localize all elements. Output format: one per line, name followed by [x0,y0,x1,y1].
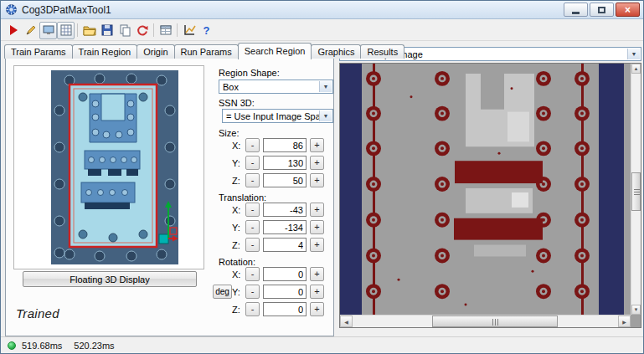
translation-z-row: Z: - + [219,238,332,253]
window-controls: × [564,3,640,17]
floating-3d-display-button[interactable]: Floating 3D Display [23,271,197,287]
size-z-axis-label: Z: [232,176,240,186]
rotation-y-input[interactable] [263,285,307,299]
tab-results[interactable]: Results [360,44,404,59]
translation-y-increment-button[interactable]: + [310,220,324,234]
rotation-z-increment-button[interactable]: + [310,302,324,316]
size-x-input[interactable] [263,138,307,152]
thumb-grip-icon [492,319,499,326]
ssn3d-value: = Use Input Image Space [226,111,330,121]
translation-y-row: Y: - + [219,220,332,235]
rotation-x-input[interactable] [263,267,307,281]
app-window: Cog3DPatMaxTool1 × [0,0,644,354]
ssn3d-label: SSN 3D: [219,98,255,108]
status-green-indicator [8,341,16,350]
tab-strip: Train Params Train Region Origin Run Par… [5,42,404,59]
translation-z-increment-button[interactable]: + [310,238,324,252]
tab-search-region[interactable]: Search Region [238,43,312,59]
translation-y-axis-label: Y: [232,223,240,233]
open-icon[interactable] [80,22,98,39]
chevron-down-icon: ▼ [627,49,640,59]
image-display-button[interactable] [39,22,57,39]
total-time-value: 520.23ms [74,341,114,351]
save-icon[interactable] [98,22,116,39]
minimize-icon [572,12,580,14]
scroll-left-icon[interactable]: ◀ [340,316,353,327]
maximize-button[interactable] [590,3,614,17]
size-x-axis-label: X: [232,141,240,151]
rotation-y-axis-label: Y: [232,287,240,297]
horizontal-scrollbar[interactable]: ◀ ▶ [340,315,631,327]
rotation-label: Rotation: [219,257,255,267]
rotation-y-row: Y: - + [219,285,332,300]
scroll-right-icon[interactable]: ▶ [618,316,631,327]
reset-icon[interactable] [133,22,151,39]
vertical-scrollbar[interactable]: ▲ ▼ [631,64,641,315]
tab-train-region[interactable]: Train Region [72,44,138,59]
title-bar[interactable]: Cog3DPatMaxTool1 × [1,1,643,19]
size-y-increment-button[interactable]: + [310,156,324,170]
scroll-up-icon[interactable]: ▲ [631,64,641,74]
tab-graphics[interactable]: Graphics [311,44,361,59]
size-z-row: Z: - + [219,173,332,188]
3d-scene[interactable] [51,70,178,264]
chevron-down-icon: ▼ [319,110,332,121]
size-z-input[interactable] [263,173,307,187]
chevron-down-icon: ▼ [319,81,332,92]
translation-y-decrement-button[interactable]: - [245,220,260,234]
input-image[interactable] [340,64,631,315]
tab-train-params[interactable]: Train Params [4,44,73,59]
size-x-row: X: - + [219,138,332,153]
copy-icon[interactable] [116,22,133,39]
rotation-y-decrement-button[interactable]: - [245,285,260,299]
translation-x-row: X: - + [219,203,332,218]
minimize-button[interactable] [564,3,588,17]
input-image-display[interactable]: ▲ ▼ ◀ ▶ [339,63,641,328]
pixel-grid-button[interactable] [57,22,75,39]
results-icon[interactable] [157,22,174,39]
size-x-decrement-button[interactable]: - [245,138,260,152]
region-shape-label: Region Shape: [219,68,280,78]
3d-display[interactable] [13,65,204,269]
translation-z-decrement-button[interactable]: - [245,238,260,252]
size-x-increment-button[interactable]: + [310,138,324,152]
image-pane: Current.InputImage ▼ [339,47,641,328]
region-shape-select[interactable]: Box ▼ [219,80,333,94]
ssn3d-select[interactable]: = Use Input Image Space ▼ [222,109,333,123]
rotation-z-input[interactable] [263,302,307,316]
thumb-grip-icon [634,189,640,195]
translation-z-input[interactable] [263,238,307,252]
size-z-decrement-button[interactable]: - [245,173,260,187]
run-icon[interactable] [4,22,22,39]
horizontal-scrollbar-thumb[interactable] [432,316,558,327]
translation-label: Translation: [219,192,266,203]
graph-icon[interactable] [180,22,198,39]
translation-z-axis-label: Z: [232,240,240,250]
scroll-down-icon[interactable]: ▼ [631,305,641,315]
help-icon[interactable]: ? [198,22,215,39]
rotation-x-axis-label: X: [232,269,240,280]
rotation-x-row: X: - + [219,267,332,282]
status-bar: 519.68ms 520.23ms [1,336,643,353]
app-icon [5,3,18,16]
close-button[interactable]: × [616,3,640,17]
tab-run-params[interactable]: Run Params [174,44,239,59]
translation-x-input[interactable] [263,203,307,217]
toolbar-separator [177,23,178,37]
translation-y-input[interactable] [263,220,307,234]
maximize-icon [598,7,605,13]
rotation-x-decrement-button[interactable]: - [245,267,260,281]
edit-icon[interactable] [22,22,39,39]
tab-origin[interactable]: Origin [137,44,174,59]
size-z-increment-button[interactable]: + [310,173,324,187]
region-shape-value: Box [223,82,239,92]
size-y-decrement-button[interactable]: - [245,156,260,170]
vertical-scrollbar-thumb[interactable] [631,172,641,211]
translation-x-decrement-button[interactable]: - [245,203,260,217]
rotation-y-increment-button[interactable]: + [310,285,324,299]
size-y-input[interactable] [263,156,307,170]
translation-x-increment-button[interactable]: + [310,203,324,217]
rotation-z-decrement-button[interactable]: - [245,302,260,316]
rotation-x-increment-button[interactable]: + [310,267,324,281]
help-glyph: ? [204,24,210,37]
